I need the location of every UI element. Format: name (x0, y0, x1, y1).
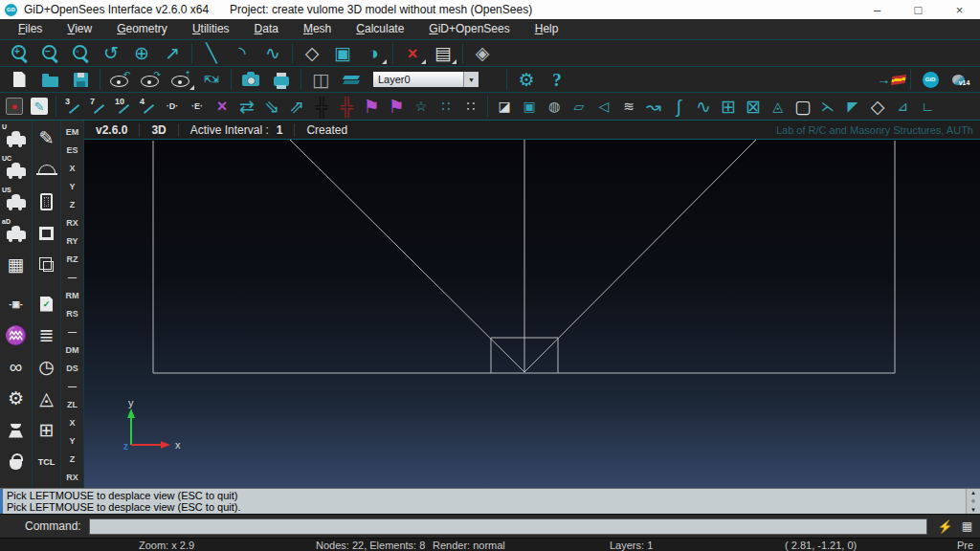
curve-r1-icon[interactable]: ∫ (666, 94, 691, 119)
menu-item[interactable]: Files (6, 20, 55, 38)
layers-send-icon[interactable]: ⇘ (259, 94, 284, 119)
layers-cube-icon[interactable]: ◫ (305, 67, 336, 92)
surface-fold-icon[interactable]: ◪ (492, 94, 517, 119)
layers-plane-icon[interactable] (336, 67, 367, 92)
new-project-icon[interactable] (4, 67, 34, 92)
record-button[interactable]: ● (2, 94, 27, 119)
feather-pen-icon[interactable]: ✎ (33, 122, 60, 154)
menu-item[interactable]: Mesh (291, 20, 344, 38)
create-spline-icon[interactable]: ∿ (257, 41, 288, 66)
help-icon[interactable]: ? (542, 67, 572, 92)
menu-item[interactable]: Calculate (344, 20, 416, 38)
seismic-wave-icon[interactable]: ♒ (0, 320, 32, 351)
mesh-fan-icon[interactable]: ◬ (766, 94, 791, 119)
block-3d-icon[interactable]: ▦ (0, 249, 32, 280)
rotate-view-icon[interactable]: ↺ (96, 41, 126, 66)
mesh-quad-icon[interactable]: ⊞ (716, 94, 741, 119)
contact-ball-icon[interactable]: ◍ (542, 94, 567, 119)
grid-cross-red-icon[interactable]: ╬ (334, 94, 359, 119)
truck-uc-icon[interactable]: UC (0, 154, 32, 186)
tcl-label[interactable]: TCL (33, 446, 60, 477)
language-flag-icon[interactable]: → (876, 67, 906, 92)
measure-triangle-icon[interactable]: ⊿ (890, 94, 915, 119)
dimension-e-icon[interactable]: ·E· (185, 94, 210, 119)
path-arrow-icon[interactable]: ↝ (641, 94, 666, 119)
view-rotate-right-icon[interactable]: ↷ (135, 67, 166, 92)
lightning-icon[interactable]: ⚡ (937, 519, 952, 534)
curve-r2-icon[interactable]: ∿ (691, 94, 716, 119)
cube-wire-icon[interactable] (33, 249, 60, 280)
print-icon[interactable] (266, 67, 297, 92)
menu-item[interactable]: View (55, 20, 104, 38)
square-frame-icon[interactable] (33, 217, 60, 249)
divide-3-icon[interactable]: 3 (60, 94, 85, 119)
divide-4-icon[interactable]: 4 (135, 94, 160, 119)
minimize-button[interactable]: – (857, 0, 898, 19)
chevron-down-icon[interactable]: ▼ (463, 72, 479, 87)
zoom-frame-icon[interactable]: ⇱⇲ (196, 67, 227, 92)
layer-select[interactable]: Layer0 ▼ (372, 71, 479, 88)
open-project-icon[interactable] (34, 67, 65, 92)
edit-pencil-icon[interactable]: ✎ (27, 94, 52, 119)
truck-ad-icon[interactable]: aD (0, 217, 32, 249)
kettlebell-icon[interactable] (0, 446, 32, 477)
condition-flag-icon[interactable]: ⚑ (359, 94, 384, 119)
nurbs-waves-icon[interactable]: ≋ (616, 94, 641, 119)
rhombus-icon[interactable]: ◇ (865, 94, 890, 119)
volume-box-icon[interactable]: ▣ (517, 94, 542, 119)
stopwatch-icon[interactable]: ◷ (33, 351, 60, 383)
delete-icon[interactable]: × (397, 41, 428, 66)
gears-icon[interactable]: ⚙ (0, 383, 32, 414)
angle-points-icon[interactable]: ∟ (915, 94, 940, 119)
gid-badge[interactable]: GiD (915, 67, 946, 92)
menu-item[interactable]: Help (523, 20, 571, 38)
snapshot-camera-icon[interactable] (235, 67, 266, 92)
mesh-quad-diag-icon[interactable]: ⊠ (741, 94, 766, 119)
view-pan-icon[interactable]: ⇡ (166, 67, 196, 92)
zoom-window-icon[interactable]: ▫ (65, 41, 96, 66)
save-project-icon[interactable] (65, 67, 96, 92)
maximize-button[interactable]: □ (898, 0, 939, 19)
door-frame-icon[interactable] (33, 186, 60, 217)
menu-item[interactable]: Data (242, 20, 291, 38)
create-line-icon[interactable]: ╲ (196, 41, 227, 66)
selection-box-icon[interactable]: ▢ (791, 94, 815, 119)
grid-cross-icon[interactable]: ╬ (309, 94, 334, 119)
divisions-dots-icon[interactable]: ∷ (434, 94, 458, 119)
create-surface-icon[interactable]: ◇ (297, 41, 327, 66)
condition-flag-2-icon[interactable]: ⚑ (384, 94, 409, 119)
preferences-gear-icon[interactable]: ⚙ (511, 67, 542, 92)
move-point-icon[interactable]: ↗ (157, 41, 188, 66)
calculator-icon[interactable]: ⊞ (33, 414, 60, 446)
bridge-icon[interactable] (33, 154, 60, 186)
close-button[interactable]: × (939, 0, 980, 19)
mesh-net-icon[interactable]: ◬ (33, 383, 60, 414)
create-arc-icon[interactable]: ◝ (227, 41, 257, 66)
join-nodes-icon[interactable]: ⋋ (815, 94, 840, 119)
orbit-rotate-icon[interactable]: ⊕ (126, 41, 157, 66)
folder-flat-icon[interactable]: ▱ (567, 94, 591, 119)
view-rotate-left-icon[interactable]: ↶ (104, 67, 135, 92)
scale-icon[interactable] (0, 414, 32, 446)
draw-star-icon[interactable]: ☆ (409, 94, 434, 119)
zoom-in-icon[interactable]: + (4, 41, 34, 66)
divide-7-icon[interactable]: 7 (85, 94, 110, 119)
create-volume-icon[interactable]: ▣ (327, 41, 358, 66)
point-triangle-icon[interactable]: ◁ (591, 94, 616, 119)
layers-swap-icon[interactable]: ⇄ (234, 94, 259, 119)
divide-10-icon[interactable]: 10 (110, 94, 135, 119)
render-diamond-icon[interactable]: ◈ (467, 41, 498, 66)
truck-us-icon[interactable]: US (0, 186, 32, 217)
doc-check-icon[interactable]: ✓ (33, 288, 60, 320)
grid-toggle-icon[interactable]: ▦ (962, 519, 972, 533)
menu-item[interactable]: Utilities (180, 20, 242, 38)
menu-item[interactable]: GiD+OpenSees (416, 20, 522, 38)
layers-get-icon[interactable]: ⇗ (284, 94, 309, 119)
dimension-off-icon[interactable]: × (210, 94, 234, 119)
connector-icon[interactable]: -▣- (0, 288, 32, 320)
scroll-thumb[interactable]: ● (971, 497, 976, 505)
create-sphere-icon[interactable]: ◑ (358, 41, 389, 66)
menu-item[interactable]: Geometry (104, 20, 180, 38)
dimension-d-icon[interactable]: ·D· (160, 94, 185, 119)
zoom-out-icon[interactable]: − (34, 41, 65, 66)
